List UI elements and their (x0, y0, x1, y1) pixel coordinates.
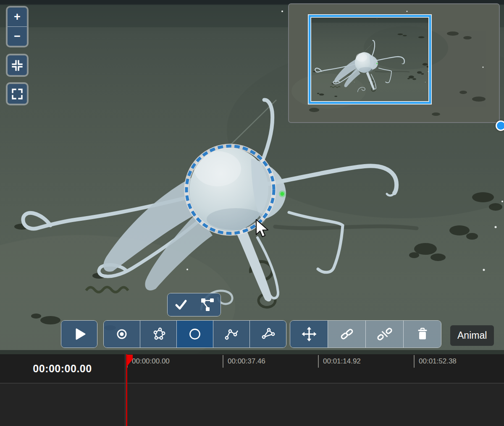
circle-tool-button[interactable] (176, 321, 213, 348)
timeline: 00:00:00.00 00:00:00.00 00:00:37.46 00:0… (0, 354, 504, 426)
play-icon (71, 326, 88, 342)
zoom-in-button[interactable]: + (8, 8, 27, 26)
unlink-button[interactable] (365, 321, 403, 348)
current-time-panel: 00:00:00.00 (0, 354, 125, 383)
play-button[interactable] (61, 321, 97, 348)
minimap[interactable] (288, 3, 500, 123)
point-tool-button[interactable] (104, 321, 140, 348)
ruler-tick (414, 355, 415, 368)
panel-divider (125, 354, 126, 426)
zoom-control-group: + − (6, 6, 29, 47)
current-time: 00:00:00.00 (33, 363, 92, 375)
polyline-icon (223, 326, 240, 342)
ruler-tick (318, 355, 319, 368)
annotation-label-tag: Animal (450, 325, 494, 346)
video-annotation-app: + − (0, 0, 504, 426)
link-button[interactable] (328, 321, 365, 348)
shape-tool-group (103, 320, 286, 348)
link-icon (339, 326, 355, 342)
playhead-flag-icon (127, 355, 134, 366)
video-canvas[interactable]: + − (0, 0, 504, 354)
zoom-out-button[interactable]: − (8, 26, 27, 46)
move-arrows-icon (301, 326, 318, 342)
triangle-nodes-icon (260, 326, 276, 342)
polyline-tool-button[interactable] (213, 321, 249, 348)
compress-icon (10, 59, 24, 72)
ruler-tick (223, 355, 223, 368)
tick-label: 00:01:52.38 (419, 357, 457, 366)
minimap-resize-handle[interactable] (496, 120, 504, 131)
play-control (61, 320, 97, 348)
edit-action-group (290, 320, 441, 348)
unlink-icon (376, 326, 393, 342)
check-icon (173, 296, 189, 313)
delete-button[interactable] (403, 321, 441, 348)
annotation-confirm-popup (167, 293, 221, 316)
expand-button[interactable] (8, 84, 27, 104)
polygon-icon (150, 326, 167, 342)
tick-label: 00:00:37.46 (228, 357, 265, 366)
playhead[interactable] (126, 354, 127, 426)
fit-view-control (6, 54, 29, 77)
tick-label: 00:01:14.92 (323, 357, 361, 366)
compress-button[interactable] (8, 55, 27, 75)
closed-polyline-tool-button[interactable] (249, 321, 286, 348)
move-button[interactable] (290, 321, 328, 348)
ruler-divider (0, 383, 504, 384)
track-nodes-icon (199, 296, 216, 313)
dot-circle-icon (113, 326, 130, 342)
fullscreen-control (6, 82, 29, 105)
expand-icon (10, 87, 24, 101)
minimap-frame (289, 4, 499, 122)
track-annotation-button[interactable] (194, 293, 220, 316)
confirm-annotation-button[interactable] (168, 293, 194, 316)
tick-label: 00:00:00.00 (132, 357, 170, 366)
polygon-tool-button[interactable] (140, 321, 176, 348)
timeline-tracks[interactable] (0, 384, 504, 426)
circle-icon (186, 326, 203, 342)
trash-icon (414, 326, 431, 342)
